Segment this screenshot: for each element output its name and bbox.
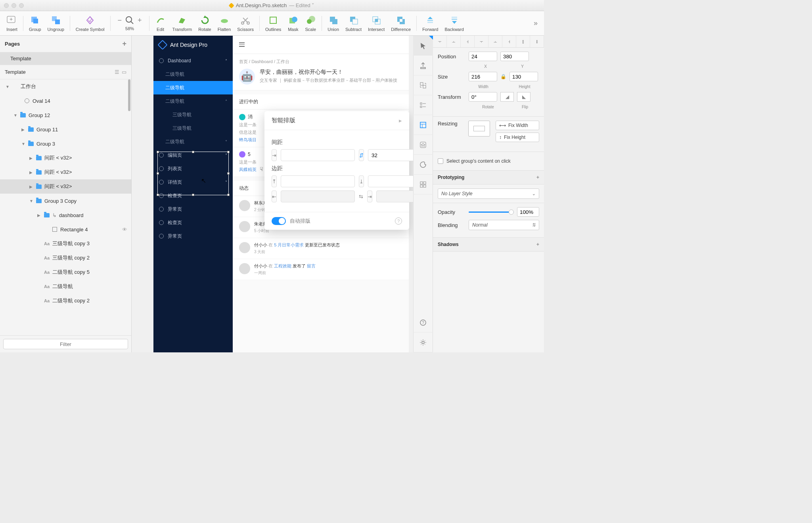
ungroup-button[interactable]: Ungroup [45,15,67,32]
select-content-checkbox[interactable] [438,158,443,164]
h-spacing-icon[interactable]: ⇥ [272,149,277,161]
rail-select-icon[interactable] [413,36,433,56]
margin-left-icon[interactable]: ⇤ [272,190,277,202]
list-view-icon[interactable]: ☰ [115,69,119,75]
smart-layout-panel[interactable]: 智能排版 ▸ 间距 ⇥ ⇵ 边距 ⤒ ⤓ ⇤ ⇆ [264,111,409,230]
align-top-icon[interactable]: ⫟ [475,36,488,47]
layer-row[interactable]: Aa二级导航 copy 2 [0,294,131,308]
edit-button[interactable]: Edit [153,15,169,32]
layer-style-select[interactable]: No Layer Style⌄ [438,188,539,199]
grid-view-icon[interactable]: ▭ [122,69,126,75]
layer-tree[interactable]: ▼工作台Oval 14▼Group 12▶Group 11▼Group 3▶间距… [0,79,131,335]
rail-settings-icon[interactable] [413,333,433,352]
group-button[interactable]: Group [27,15,44,32]
zoom-in-button[interactable]: + [136,16,144,25]
rail-layout-icon[interactable] [413,115,433,135]
add-shadow-button[interactable]: + [536,242,539,247]
create-symbol-button[interactable]: Create Symbol [73,15,107,32]
fix-height-button[interactable]: ↕ Fix Height [496,133,539,142]
forward-button[interactable]: Forward [420,15,440,32]
visibility-icon[interactable]: 👁 [122,227,127,233]
distribute-v-icon[interactable]: ⫾ [530,36,544,47]
width-input[interactable] [469,72,497,81]
height-input[interactable] [509,72,538,81]
scrollbar-thumb[interactable] [128,79,130,111]
outlines-button[interactable]: Outlines [263,15,283,32]
rail-swap-icon[interactable] [413,75,433,95]
selection-box[interactable] [157,152,229,195]
scissors-button[interactable]: Scissors [235,15,256,32]
margin-bottom-icon[interactable]: ⤓ [359,175,364,187]
minimize-window-icon[interactable] [11,3,16,8]
scale-button[interactable]: Scale [303,15,318,32]
align-right-icon[interactable]: ⫞ [461,36,475,47]
h-spacing-input[interactable] [281,149,355,161]
v-spacing-input[interactable] [368,149,413,161]
margin-right-input[interactable] [376,190,413,202]
layer-row[interactable]: ▶间距 < v32> [0,179,131,194]
align-left-icon[interactable]: ⫟ [433,36,447,47]
flip-v-button[interactable]: ◣ [517,92,530,102]
margin-top-input[interactable] [281,175,355,187]
layer-row[interactable]: ▶↳dashboard [0,208,131,222]
rotate-button[interactable]: Rotate [196,15,213,32]
canvas[interactable]: Ant Design Pro Dashboard˄二级导航二级导航二级导航˄三级… [132,36,413,352]
subtract-button[interactable]: Subtract [343,15,364,32]
layer-row[interactable]: Oval 14 [0,94,131,108]
rail-palette-icon[interactable] [413,155,433,175]
layer-row[interactable]: ▶间距 < v32> [0,165,131,179]
opacity-input[interactable] [517,207,539,217]
layer-row[interactable]: Rectangle 4👁 [0,222,131,237]
layer-row[interactable]: ▼工作台 [0,79,131,94]
link-margins-icon[interactable]: ⇆ [359,194,363,200]
insert-button[interactable]: + Insert [4,15,20,32]
zoom-control[interactable]: − + 58% [114,15,146,31]
position-x-input[interactable] [469,52,497,61]
blending-select[interactable]: Normal⇅ [469,220,539,230]
resizing-constraints[interactable] [468,121,490,137]
align-bottom-icon[interactable]: ⫞ [502,36,516,47]
difference-button[interactable]: Difference [389,15,413,32]
transform-button[interactable]: Transform [170,15,195,32]
flip-h-button[interactable]: ◢ [500,92,514,102]
help-icon[interactable]: ? [395,217,402,225]
edited-indicator[interactable]: — Edited ˅ [289,2,314,8]
rail-star-icon[interactable] [413,135,433,155]
add-prototype-button[interactable]: + [536,175,539,180]
margin-top-icon[interactable]: ⤒ [272,175,277,187]
align-hcenter-icon[interactable]: ⫠ [447,36,461,47]
zoom-window-icon[interactable] [19,3,24,8]
align-vcenter-icon[interactable]: ⫠ [488,36,502,47]
layer-row[interactable]: Aa二级导航 [0,279,131,294]
backward-button[interactable]: Backward [442,15,466,32]
close-window-icon[interactable] [4,3,9,8]
toolbar-overflow-button[interactable]: » [534,19,540,27]
mask-button[interactable]: Mask [285,15,301,32]
lock-aspect-icon[interactable]: 🔒 [500,74,506,79]
rail-grid-icon[interactable] [413,175,433,194]
rail-export-icon[interactable] [413,56,433,75]
fix-width-button[interactable]: ⟷ Fix Width [496,121,539,130]
layer-row[interactable]: Aa三级导航 copy 3 [0,237,131,251]
union-button[interactable]: Union [325,15,341,32]
distribute-h-icon[interactable]: ⫿ [516,36,530,47]
filter-input[interactable] [3,339,128,349]
position-y-input[interactable] [500,52,529,61]
v-spacing-icon[interactable]: ⇵ [359,149,364,161]
panel-expand-icon[interactable]: ▸ [399,117,402,124]
rail-help-icon[interactable]: ? [413,313,433,333]
margin-left-input[interactable] [281,190,355,202]
rail-list-icon[interactable] [413,95,433,115]
layer-row[interactable]: ▶间距 < v32> [0,151,131,165]
layer-row[interactable]: Aa三级导航 copy 2 [0,251,131,265]
layer-row[interactable]: ▶Group 11 [0,122,131,137]
flatten-button[interactable]: Flatten [215,15,234,32]
layer-row[interactable]: ▼Group 3 Copy [0,194,131,208]
rotate-input[interactable] [469,92,497,102]
add-page-button[interactable]: + [122,40,126,48]
intersect-button[interactable]: Intersect [366,15,387,32]
layer-row[interactable]: ▼Group 12 [0,108,131,122]
layer-row[interactable]: Aa二级导航 copy 5 [0,265,131,279]
zoom-out-button[interactable]: − [116,16,124,25]
layer-row[interactable]: ▼Group 3 [0,137,131,151]
